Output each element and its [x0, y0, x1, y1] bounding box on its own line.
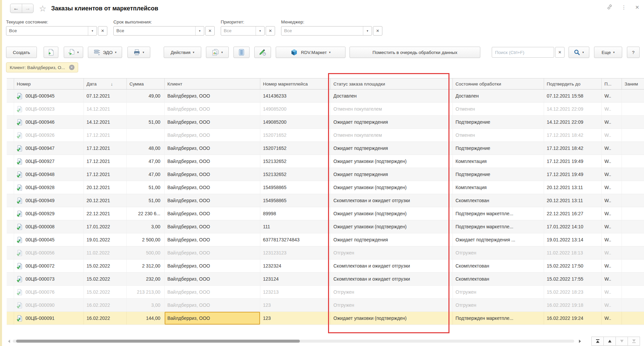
chevron-down-icon[interactable]: ▾ [195, 26, 204, 35]
cell-sum[interactable]: 2 312,00 [127, 260, 165, 272]
cell-marketplace-number[interactable]: 152132652 [260, 155, 331, 168]
scroll-to-bottom-button[interactable] [628, 337, 640, 346]
cell-platform[interactable]: W.. [602, 116, 622, 128]
cell-client[interactable]: Вайлдберриз, ООО [165, 194, 260, 207]
cell-marketplace-status[interactable]: Ожидает подтверждения [331, 168, 453, 181]
table-row[interactable]: 00ЦБ-000090 16.02.2022 3,00 Вайлдберриз,… [7, 299, 644, 312]
cell-processing-state[interactable]: Скомплектован [453, 194, 544, 207]
cell-confirm-by[interactable]: 16.02.2022 19:18 [544, 299, 602, 311]
cell-processing-state[interactable]: Комплектация [453, 181, 544, 194]
cell-date[interactable]: 15.02.2022 [84, 286, 127, 298]
cell-order-number[interactable]: 00ЦБ-000929 [14, 207, 84, 220]
search-button[interactable]: ▾ [569, 47, 589, 58]
cell-sum[interactable]: 213 213,00 [127, 286, 165, 298]
cell-processing-state[interactable]: Ожидает подтверждения ... [453, 233, 544, 246]
rdv-market-button[interactable]: RDV.Маркет ▾ [276, 47, 345, 58]
cell-marketplace-status[interactable]: Ожидает упаковки (подтвержден) [331, 155, 453, 168]
cell-sum[interactable]: 51,00 [127, 194, 165, 207]
cell-date[interactable]: 17.12.2021 [84, 129, 127, 141]
cell-extra[interactable] [622, 168, 644, 181]
header-client[interactable]: Клиент [165, 78, 260, 89]
cell-client[interactable]: Вайлдберриз, ООО [165, 246, 260, 259]
cell-marketplace-number[interactable]: 89998 [260, 207, 331, 220]
cell-date[interactable]: 17.12.2021 [84, 168, 127, 181]
cell-order-number[interactable]: 00ЦБ-000947 [14, 142, 84, 155]
cell-extra[interactable] [622, 103, 644, 115]
cell-marketplace-number[interactable]: 123 [260, 312, 331, 325]
cell-extra[interactable] [622, 220, 644, 233]
edo-button[interactable]: ЭДО ▾ [88, 47, 122, 58]
header-platform[interactable]: П... [602, 78, 622, 89]
cell-date[interactable]: 17.12.2021 [84, 155, 127, 168]
cell-date[interactable]: 20.12.2021 [84, 181, 127, 194]
cell-confirm-by[interactable]: 15.02.2022 17:55 [544, 273, 602, 285]
cell-extra[interactable] [622, 312, 644, 325]
cell-sum[interactable]: 51,00 [127, 116, 165, 128]
cell-marketplace-status[interactable]: Ожидает упаковки (подтвержден) [331, 220, 453, 233]
cell-date[interactable]: 16.02.2022 [84, 312, 127, 325]
cell-date[interactable]: 11.02.2022 [84, 246, 127, 259]
kebab-menu-icon[interactable]: ⋮ [621, 5, 626, 10]
edit-schedule-button[interactable] [254, 47, 271, 58]
cell-order-number[interactable]: 00ЦБ-000948 [14, 168, 84, 181]
cell-platform[interactable]: W.. [602, 129, 622, 141]
cell-confirm-by[interactable]: 14.12.2021 22:09 [544, 116, 602, 128]
cell-extra[interactable] [622, 299, 644, 311]
cell-client[interactable]: Вайлдберриз, ООО [165, 155, 260, 168]
cell-date[interactable]: 15.02.2022 [84, 273, 127, 285]
cell-platform[interactable]: W.. [602, 286, 622, 298]
cell-processing-state[interactable]: Подтвержден маркетпле... [453, 207, 544, 220]
horizontal-scrollbar-thumb[interactable] [16, 340, 300, 343]
cell-client[interactable]: Вайлдберриз, ООО [165, 90, 260, 102]
cell-order-number[interactable]: 00ЦБ-000056 [14, 246, 84, 259]
cell-marketplace-number[interactable]: 141436233 [260, 90, 331, 102]
cell-sum[interactable]: 3,00 [127, 299, 165, 311]
horizontal-scrollbar-track[interactable] [13, 340, 574, 343]
back-button[interactable]: ← [10, 4, 22, 13]
cell-processing-state[interactable]: Отменен [453, 103, 544, 115]
cell-date[interactable]: 17.12.2021 [84, 142, 127, 155]
cell-extra[interactable] [622, 90, 644, 102]
cell-order-number[interactable]: 00ЦБ-000090 [14, 299, 84, 311]
table-row[interactable]: 00ЦБ-000949 20.12.2021 51,00 Вайлдберриз… [7, 194, 644, 207]
cell-sum[interactable]: 232,00 [127, 273, 165, 285]
table-row[interactable]: 00ЦБ-000923 14.12.2021 Вайлдберриз, ООО … [7, 103, 644, 116]
table-row[interactable]: 00ЦБ-000927 17.12.2021 47,00 Вайлдберриз… [7, 155, 644, 168]
scroll-down-button[interactable] [615, 337, 628, 346]
cell-platform[interactable]: W.. [602, 260, 622, 272]
cell-extra[interactable] [622, 181, 644, 194]
header-processing-state[interactable]: Состояние обработки [453, 78, 544, 89]
scroll-right-icon[interactable] [579, 340, 581, 343]
cell-order-number[interactable]: 00ЦБ-000946 [14, 116, 84, 128]
cell-processing-state[interactable]: Доставлен [453, 90, 544, 102]
cell-processing-state[interactable]: Подтверждение [453, 142, 544, 155]
cell-processing-state[interactable]: Отгружен [453, 299, 544, 311]
cell-confirm-by[interactable]: 19.01.2022 13:14 [544, 233, 602, 246]
scroll-up-button[interactable] [603, 337, 616, 346]
scroll-left-icon[interactable] [8, 340, 10, 343]
create-new-document-button[interactable] [44, 47, 58, 58]
cell-marketplace-number[interactable]: 149085200 [260, 116, 331, 128]
cell-marketplace-number[interactable]: 152071652 [260, 142, 331, 155]
cell-client[interactable]: Вайлдберриз, ООО [165, 103, 260, 115]
table-row[interactable]: 00ЦБ-000947 17.12.2021 48,00 Вайлдберриз… [7, 142, 644, 155]
header-marketplace-status[interactable]: Статус заказа площадки [331, 78, 453, 89]
chevron-down-icon[interactable]: ▾ [363, 26, 372, 35]
cell-confirm-by[interactable]: 16.02.2022 19:24 [544, 312, 602, 325]
cell-processing-state[interactable]: Скомплектован [453, 273, 544, 285]
cell-processing-state[interactable]: Отгружен [453, 286, 544, 298]
table-row[interactable]: 00ЦБ-000056 11.02.2022 500,00 Вайлдберри… [7, 246, 644, 260]
cell-date[interactable]: 22.12.2021 [84, 207, 127, 220]
cell-sum[interactable]: 51,00 [127, 181, 165, 194]
cell-confirm-by[interactable]: 20.12.2021 13:11 [544, 181, 602, 194]
cell-marketplace-number[interactable]: 111 [260, 220, 331, 233]
cell-marketplace-number[interactable]: 123124 [260, 273, 331, 285]
cell-confirm-by[interactable]: 17.12.2021 18:42 [544, 142, 602, 155]
header-sum[interactable]: Сумма [127, 78, 165, 89]
cell-confirm-by[interactable]: 14.12.2021 22:09 [544, 103, 602, 115]
link-icon[interactable] [607, 4, 612, 10]
more-button[interactable]: Еще ▾ [594, 47, 622, 58]
cell-confirm-by[interactable]: 17.12.2021 19:49 [544, 155, 602, 168]
cell-extra[interactable] [622, 142, 644, 155]
cell-order-number[interactable]: 00ЦБ-000072 [14, 260, 84, 272]
